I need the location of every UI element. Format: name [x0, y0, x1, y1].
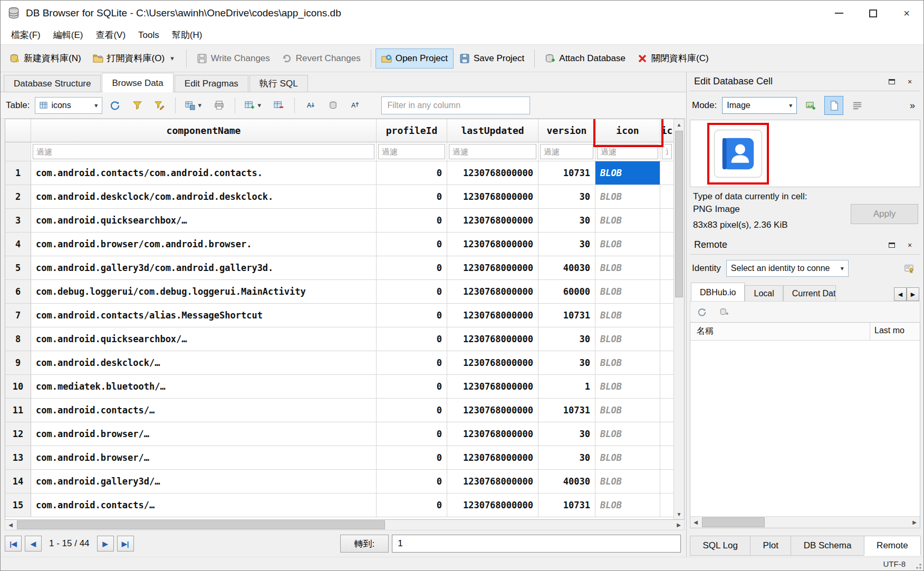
column-header-version[interactable]: version — [538, 119, 595, 142]
attach-database-button[interactable]: Attach Database — [539, 49, 631, 69]
cell-lastUpdated[interactable]: 1230768000000 — [447, 185, 538, 209]
cell-profileId[interactable]: 0 — [377, 256, 447, 280]
cell-icon[interactable]: BLOB — [595, 185, 660, 209]
cell-icon[interactable]: BLOB — [595, 470, 660, 493]
goto-button[interactable]: 轉到: — [340, 535, 389, 553]
menu-tools[interactable]: Tools — [132, 27, 166, 43]
cell-lastUpdated[interactable]: 1230768000000 — [447, 422, 538, 446]
cell-partial[interactable] — [660, 161, 673, 185]
column-header-name[interactable]: 名稱 — [690, 323, 870, 340]
cell-componentName[interactable]: com.android.browser/… — [31, 446, 377, 470]
cell-componentName[interactable]: com.android.deskclock/com.android.deskcl… — [31, 185, 377, 209]
cell-partial[interactable] — [660, 422, 673, 446]
print-button[interactable] — [209, 96, 228, 115]
save-results-button[interactable]: ▾ — [182, 96, 206, 115]
cell-version[interactable]: 30 — [538, 351, 595, 375]
cell-lastUpdated[interactable]: 1230768000000 — [447, 161, 538, 185]
cell-lastUpdated[interactable]: 1230768000000 — [447, 446, 538, 470]
float-panel-button[interactable] — [886, 239, 898, 251]
cell-partial[interactable] — [660, 399, 673, 422]
row-number[interactable]: 1 — [5, 161, 31, 185]
view-as-text-button[interactable] — [824, 96, 843, 115]
save-project-button[interactable]: Save Project — [454, 49, 530, 69]
format-toggle-b-button[interactable]: A — [345, 96, 364, 115]
float-panel-button[interactable] — [886, 75, 898, 88]
cell-profileId[interactable]: 0 — [377, 375, 447, 399]
column-header-ic[interactable]: ic — [660, 119, 673, 142]
new-database-button[interactable]: 新建資料庫(N) — [4, 47, 87, 69]
cell-componentName[interactable]: com.mediatek.bluetooth/… — [31, 375, 377, 399]
row-number[interactable]: 7 — [5, 304, 31, 327]
dock-tab-plot[interactable]: Plot — [750, 536, 791, 556]
row-number[interactable]: 15 — [5, 493, 31, 517]
remote-tab-current-database[interactable]: Current Dat — [783, 285, 836, 301]
cell-lastUpdated[interactable]: 1230768000000 — [447, 280, 538, 304]
menu-help[interactable]: 幫助(H) — [166, 26, 209, 44]
close-panel-button[interactable]: × — [903, 75, 916, 88]
cell-icon[interactable]: BLOB — [595, 209, 660, 233]
cell-version[interactable]: 1 — [538, 375, 595, 399]
cell-partial[interactable] — [660, 375, 673, 399]
cell-profileId[interactable]: 0 — [377, 304, 447, 327]
dock-tab-remote[interactable]: Remote — [864, 536, 921, 556]
first-record-button[interactable]: |◀ — [5, 536, 22, 551]
cell-version[interactable]: 30 — [538, 209, 595, 233]
cell-icon[interactable]: BLOB — [595, 493, 660, 517]
scroll-up-icon[interactable]: ▲ — [674, 119, 684, 130]
scroll-down-icon[interactable]: ▼ — [674, 509, 684, 519]
row-number[interactable]: 14 — [5, 470, 31, 493]
cell-profileId[interactable]: 0 — [377, 280, 447, 304]
filter-input-componentName[interactable] — [33, 144, 374, 159]
vertical-scroll-thumb[interactable] — [675, 131, 683, 297]
encoding-indicator[interactable]: UTF-8 — [883, 559, 906, 568]
minimize-button[interactable] — [822, 1, 856, 26]
row-number[interactable]: 5 — [5, 256, 31, 280]
cell-componentName[interactable]: com.android.contacts/alias.MessageShortc… — [31, 304, 377, 327]
cell-profileId[interactable]: 0 — [377, 161, 447, 185]
cell-partial[interactable] — [660, 470, 673, 493]
cell-profileId[interactable]: 0 — [377, 327, 447, 351]
scroll-left-icon[interactable]: ◀ — [690, 517, 701, 528]
format-toggle-a-button[interactable]: A — [301, 96, 320, 115]
horizontal-scroll-track[interactable] — [16, 520, 673, 530]
cell-lastUpdated[interactable]: 1230768000000 — [447, 351, 538, 375]
goto-record-input[interactable] — [392, 535, 681, 553]
insert-record-button[interactable]: ▾ — [242, 96, 266, 115]
cell-componentName[interactable]: com.android.quicksearchbox/… — [31, 327, 377, 351]
cell-lastUpdated[interactable]: 1230768000000 — [447, 493, 538, 517]
cell-version[interactable]: 60000 — [538, 280, 595, 304]
cell-componentName[interactable]: com.android.browser/com.android.browser. — [31, 233, 377, 256]
cell-componentName[interactable]: com.android.contacts/… — [31, 493, 377, 517]
column-header-profileId[interactable]: profileId — [377, 119, 447, 142]
encoding-button[interactable] — [323, 96, 342, 115]
filter-input-icon[interactable] — [597, 144, 658, 159]
tab-scroll-right-icon[interactable]: ▶ — [907, 287, 919, 301]
cell-partial[interactable] — [660, 327, 673, 351]
filter-input-ic[interactable] — [662, 144, 672, 159]
cell-icon[interactable]: BLOB — [595, 327, 660, 351]
cell-icon[interactable]: BLOB — [595, 161, 660, 185]
cell-icon[interactable]: BLOB — [595, 446, 660, 470]
cell-version[interactable]: 30 — [538, 446, 595, 470]
delete-record-button[interactable] — [269, 96, 288, 115]
cell-partial[interactable] — [660, 185, 673, 209]
cell-partial[interactable] — [660, 446, 673, 470]
clear-filters-button[interactable] — [128, 96, 147, 115]
cell-lastUpdated[interactable]: 1230768000000 — [447, 209, 538, 233]
close-panel-button[interactable]: × — [903, 239, 916, 251]
cell-profileId[interactable]: 0 — [377, 470, 447, 493]
cell-profileId[interactable]: 0 — [377, 185, 447, 209]
close-button[interactable]: × — [890, 1, 923, 26]
cell-profileId[interactable]: 0 — [377, 493, 447, 517]
cell-version[interactable]: 30 — [538, 327, 595, 351]
column-header-icon[interactable]: icon — [595, 119, 660, 142]
cell-profileId[interactable]: 0 — [377, 399, 447, 422]
tab-execute-sql[interactable]: 執行 SQL — [249, 75, 308, 92]
column-header-lastUpdated[interactable]: lastUpdated — [447, 119, 538, 142]
cell-version[interactable]: 30 — [538, 185, 595, 209]
refresh-button[interactable] — [105, 96, 124, 115]
tab-database-structure[interactable]: Database Structure — [4, 75, 101, 92]
toolbar-overflow-icon[interactable]: » — [907, 100, 918, 111]
remote-horizontal-scrollbar[interactable]: ◀ ▶ — [690, 516, 920, 528]
cell-partial[interactable] — [660, 351, 673, 375]
